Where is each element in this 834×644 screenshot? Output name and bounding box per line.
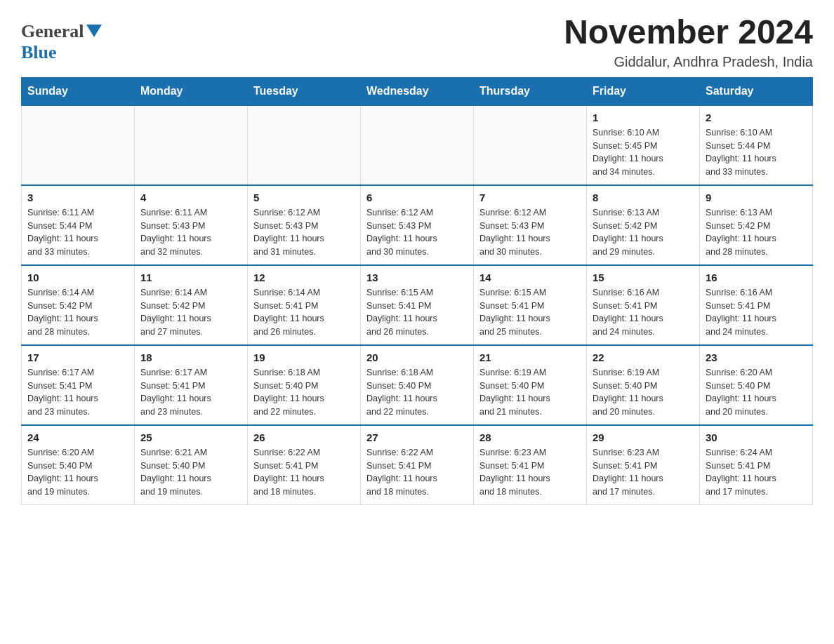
- day-number: 10: [27, 271, 128, 283]
- calendar-cell: 5Sunrise: 6:12 AM Sunset: 5:43 PM Daylig…: [248, 185, 361, 265]
- day-info: Sunrise: 6:19 AM Sunset: 5:40 PM Dayligh…: [593, 366, 694, 419]
- day-info: Sunrise: 6:11 AM Sunset: 5:43 PM Dayligh…: [140, 206, 241, 259]
- logo-general-text: General: [21, 21, 84, 42]
- page-header: General Blue November 2024 Giddalur, And…: [21, 14, 813, 70]
- day-info: Sunrise: 6:23 AM Sunset: 5:41 PM Dayligh…: [593, 446, 694, 499]
- day-number: 23: [706, 351, 807, 363]
- day-number: 19: [253, 351, 355, 363]
- calendar-week-1: 1Sunrise: 6:10 AM Sunset: 5:45 PM Daylig…: [22, 105, 813, 185]
- day-info: Sunrise: 6:20 AM Sunset: 5:40 PM Dayligh…: [27, 446, 128, 499]
- calendar-cell: 22Sunrise: 6:19 AM Sunset: 5:40 PM Dayli…: [587, 345, 700, 425]
- day-info: Sunrise: 6:10 AM Sunset: 5:45 PM Dayligh…: [593, 126, 694, 179]
- day-number: 18: [140, 351, 241, 363]
- calendar-table: SundayMondayTuesdayWednesdayThursdayFrid…: [21, 77, 813, 505]
- day-info: Sunrise: 6:20 AM Sunset: 5:40 PM Dayligh…: [706, 366, 807, 419]
- calendar-cell: 16Sunrise: 6:16 AM Sunset: 5:41 PM Dayli…: [700, 265, 813, 345]
- calendar-cell: 9Sunrise: 6:13 AM Sunset: 5:42 PM Daylig…: [700, 185, 813, 265]
- day-number: 1: [593, 112, 694, 123]
- day-number: 13: [366, 271, 468, 283]
- calendar-cell: 10Sunrise: 6:14 AM Sunset: 5:42 PM Dayli…: [22, 265, 135, 345]
- calendar-cell: 28Sunrise: 6:23 AM Sunset: 5:41 PM Dayli…: [474, 425, 587, 505]
- day-number: 16: [706, 271, 807, 283]
- day-info: Sunrise: 6:12 AM Sunset: 5:43 PM Dayligh…: [253, 206, 355, 259]
- subtitle: Giddalur, Andhra Pradesh, India: [564, 54, 813, 70]
- day-info: Sunrise: 6:16 AM Sunset: 5:41 PM Dayligh…: [706, 286, 807, 339]
- calendar-cell: 17Sunrise: 6:17 AM Sunset: 5:41 PM Dayli…: [22, 345, 135, 425]
- day-info: Sunrise: 6:10 AM Sunset: 5:44 PM Dayligh…: [706, 126, 807, 179]
- day-info: Sunrise: 6:12 AM Sunset: 5:43 PM Dayligh…: [479, 206, 581, 259]
- header-wednesday: Wednesday: [361, 77, 474, 105]
- header-monday: Monday: [135, 77, 248, 105]
- day-info: Sunrise: 6:19 AM Sunset: 5:40 PM Dayligh…: [479, 366, 581, 419]
- day-number: 12: [253, 271, 355, 283]
- day-number: 14: [479, 271, 581, 283]
- calendar-cell: 6Sunrise: 6:12 AM Sunset: 5:43 PM Daylig…: [361, 185, 474, 265]
- day-number: 25: [140, 431, 241, 443]
- calendar-cell: 13Sunrise: 6:15 AM Sunset: 5:41 PM Dayli…: [361, 265, 474, 345]
- day-number: 15: [593, 271, 694, 283]
- calendar-cell: 1Sunrise: 6:10 AM Sunset: 5:45 PM Daylig…: [587, 105, 700, 185]
- day-info: Sunrise: 6:18 AM Sunset: 5:40 PM Dayligh…: [253, 366, 355, 419]
- svg-marker-0: [86, 25, 102, 37]
- day-number: 4: [140, 192, 241, 203]
- day-info: Sunrise: 6:13 AM Sunset: 5:42 PM Dayligh…: [593, 206, 694, 259]
- header-sunday: Sunday: [22, 77, 135, 105]
- day-number: 6: [366, 192, 468, 203]
- calendar-cell: [135, 105, 248, 185]
- calendar-cell: 14Sunrise: 6:15 AM Sunset: 5:41 PM Dayli…: [474, 265, 587, 345]
- day-number: 9: [706, 192, 807, 203]
- calendar-cell: 4Sunrise: 6:11 AM Sunset: 5:43 PM Daylig…: [135, 185, 248, 265]
- day-number: 17: [27, 351, 128, 363]
- day-info: Sunrise: 6:22 AM Sunset: 5:41 PM Dayligh…: [366, 446, 468, 499]
- day-info: Sunrise: 6:21 AM Sunset: 5:40 PM Dayligh…: [140, 446, 241, 499]
- calendar-cell: [248, 105, 361, 185]
- day-info: Sunrise: 6:15 AM Sunset: 5:41 PM Dayligh…: [479, 286, 581, 339]
- day-info: Sunrise: 6:17 AM Sunset: 5:41 PM Dayligh…: [140, 366, 241, 419]
- day-info: Sunrise: 6:14 AM Sunset: 5:42 PM Dayligh…: [140, 286, 241, 339]
- calendar-cell: 26Sunrise: 6:22 AM Sunset: 5:41 PM Dayli…: [248, 425, 361, 505]
- logo-arrow-icon: [86, 25, 102, 40]
- day-number: 29: [593, 431, 694, 443]
- day-info: Sunrise: 6:14 AM Sunset: 5:42 PM Dayligh…: [27, 286, 128, 339]
- day-number: 5: [253, 192, 355, 203]
- day-number: 20: [366, 351, 468, 363]
- calendar-header-row: SundayMondayTuesdayWednesdayThursdayFrid…: [22, 77, 813, 105]
- day-number: 22: [593, 351, 694, 363]
- main-title: November 2024: [564, 14, 813, 51]
- calendar-cell: 29Sunrise: 6:23 AM Sunset: 5:41 PM Dayli…: [587, 425, 700, 505]
- calendar-cell: 25Sunrise: 6:21 AM Sunset: 5:40 PM Dayli…: [135, 425, 248, 505]
- calendar-cell: 15Sunrise: 6:16 AM Sunset: 5:41 PM Dayli…: [587, 265, 700, 345]
- calendar-cell: 30Sunrise: 6:24 AM Sunset: 5:41 PM Dayli…: [700, 425, 813, 505]
- day-number: 26: [253, 431, 355, 443]
- day-number: 28: [479, 431, 581, 443]
- calendar-cell: 11Sunrise: 6:14 AM Sunset: 5:42 PM Dayli…: [135, 265, 248, 345]
- day-number: 8: [593, 192, 694, 203]
- day-info: Sunrise: 6:23 AM Sunset: 5:41 PM Dayligh…: [479, 446, 581, 499]
- calendar-cell: 12Sunrise: 6:14 AM Sunset: 5:41 PM Dayli…: [248, 265, 361, 345]
- day-info: Sunrise: 6:24 AM Sunset: 5:41 PM Dayligh…: [706, 446, 807, 499]
- calendar-cell: [474, 105, 587, 185]
- day-info: Sunrise: 6:11 AM Sunset: 5:44 PM Dayligh…: [27, 206, 128, 259]
- calendar-cell: [22, 105, 135, 185]
- header-thursday: Thursday: [474, 77, 587, 105]
- day-info: Sunrise: 6:16 AM Sunset: 5:41 PM Dayligh…: [593, 286, 694, 339]
- header-tuesday: Tuesday: [248, 77, 361, 105]
- day-number: 24: [27, 431, 128, 443]
- day-number: 30: [706, 431, 807, 443]
- day-info: Sunrise: 6:15 AM Sunset: 5:41 PM Dayligh…: [366, 286, 468, 339]
- calendar-cell: 3Sunrise: 6:11 AM Sunset: 5:44 PM Daylig…: [22, 185, 135, 265]
- calendar-cell: [361, 105, 474, 185]
- calendar-week-3: 10Sunrise: 6:14 AM Sunset: 5:42 PM Dayli…: [22, 265, 813, 345]
- day-info: Sunrise: 6:12 AM Sunset: 5:43 PM Dayligh…: [366, 206, 468, 259]
- calendar-cell: 7Sunrise: 6:12 AM Sunset: 5:43 PM Daylig…: [474, 185, 587, 265]
- calendar-cell: 2Sunrise: 6:10 AM Sunset: 5:44 PM Daylig…: [700, 105, 813, 185]
- logo-blue-text: Blue: [21, 42, 57, 62]
- calendar-cell: 23Sunrise: 6:20 AM Sunset: 5:40 PM Dayli…: [700, 345, 813, 425]
- day-info: Sunrise: 6:13 AM Sunset: 5:42 PM Dayligh…: [706, 206, 807, 259]
- day-number: 11: [140, 271, 241, 283]
- day-number: 27: [366, 431, 468, 443]
- day-info: Sunrise: 6:14 AM Sunset: 5:41 PM Dayligh…: [253, 286, 355, 339]
- day-number: 2: [706, 112, 807, 123]
- logo: General Blue: [21, 21, 102, 63]
- title-section: November 2024 Giddalur, Andhra Pradesh, …: [564, 14, 813, 70]
